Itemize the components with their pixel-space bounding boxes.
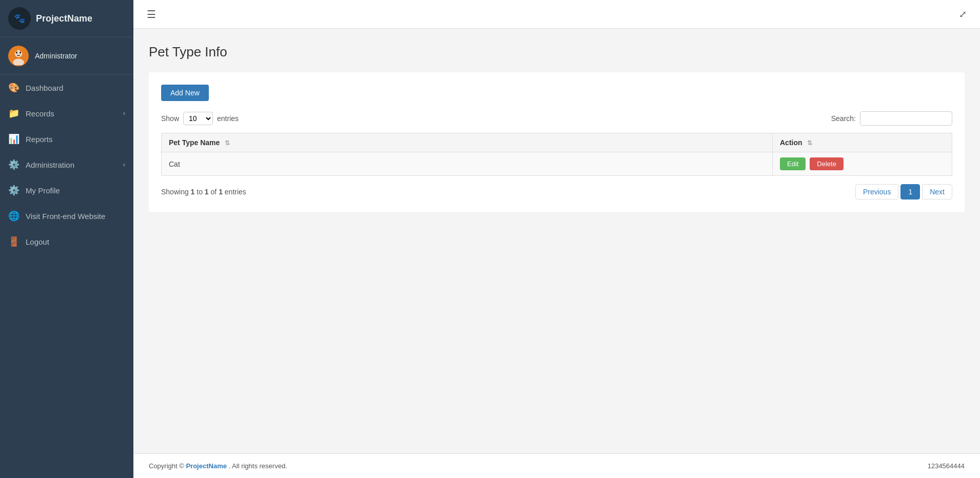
sidebar-item-administration[interactable]: ⚙️ Administration ‹ — [0, 152, 133, 177]
search-group: Search: — [831, 111, 952, 126]
sort-icon: ⇅ — [807, 140, 812, 147]
main-content: ☰ ⤢ Pet Type Info Add New Show 10 25 50 … — [133, 0, 980, 478]
showing-text: Showing 1 to 1 of 1 entries — [161, 188, 246, 196]
table-body: Cat Edit Delete — [162, 152, 952, 176]
table-controls: Show 10 25 50 100 entries Search: — [161, 111, 952, 126]
search-label: Search: — [831, 114, 856, 123]
chevron-icon: ‹ — [123, 161, 125, 168]
sidebar: 🐾 ProjectName Administrator 🎨 Dashboard — [0, 0, 133, 478]
table-row: Cat Edit Delete — [162, 152, 952, 176]
sidebar-item-label: Dashboard — [26, 84, 63, 92]
data-table: Pet Type Name ⇅ Action ⇅ Cat Edit — [161, 133, 952, 176]
sidebar-item-my-profile[interactable]: ⚙️ My Profile — [0, 177, 133, 203]
svg-text:🐾: 🐾 — [14, 13, 26, 24]
page-1-button[interactable]: 1 — [900, 184, 920, 200]
sidebar-item-label: Visit Front-end Website — [26, 212, 105, 221]
page-footer: Copyright © ProjectName . All rights res… — [133, 453, 980, 478]
svg-point-5 — [16, 52, 18, 54]
expand-button[interactable]: ⤢ — [956, 6, 970, 23]
entries-label: entries — [217, 114, 239, 123]
sidebar-user-section: Administrator — [0, 37, 133, 75]
sidebar-item-records[interactable]: 📁 Records ‹ — [0, 101, 133, 126]
visit-frontend-icon: 🌐 — [8, 210, 19, 222]
delete-button[interactable]: Delete — [810, 157, 844, 170]
sidebar-item-label: My Profile — [26, 186, 60, 195]
sidebar-item-visit-frontend[interactable]: 🌐 Visit Front-end Website — [0, 203, 133, 229]
records-icon: 📁 — [8, 108, 19, 119]
pagination: Previous 1 Next — [855, 184, 952, 200]
sidebar-item-dashboard[interactable]: 🎨 Dashboard — [0, 75, 133, 101]
my-profile-icon: ⚙️ — [8, 185, 19, 196]
dashboard-icon: 🎨 — [8, 82, 19, 93]
sidebar-item-logout[interactable]: 🚪 Logout — [0, 229, 133, 254]
svg-point-6 — [19, 52, 22, 54]
sidebar-item-label: Reports — [26, 135, 53, 144]
sort-icon: ⇅ — [225, 140, 230, 147]
col-label: Action — [780, 138, 802, 147]
entries-select[interactable]: 10 25 50 100 — [183, 112, 213, 125]
edit-button[interactable]: Edit — [780, 157, 806, 170]
col-pet-type-name[interactable]: Pet Type Name ⇅ — [162, 133, 773, 152]
add-new-button[interactable]: Add New — [161, 85, 209, 101]
avatar — [8, 46, 29, 66]
logout-icon: 🚪 — [8, 236, 19, 247]
col-label: Pet Type Name — [169, 138, 220, 147]
page-content: Pet Type Info Add New Show 10 25 50 100 … — [133, 29, 980, 453]
page-title: Pet Type Info — [149, 44, 965, 60]
sidebar-item-reports[interactable]: 📊 Reports — [0, 126, 133, 152]
next-button[interactable]: Next — [922, 184, 952, 200]
previous-button[interactable]: Previous — [855, 184, 898, 200]
copyright-prefix: Copyright © — [149, 462, 184, 470]
col-action[interactable]: Action ⇅ — [773, 133, 952, 152]
project-name-label: ProjectName — [36, 13, 92, 24]
footer-rights: . All rights reserved. — [229, 462, 287, 470]
show-label: Show — [161, 114, 179, 123]
footer-project-name: ProjectName — [186, 462, 226, 470]
action-cell: Edit Delete — [773, 152, 952, 176]
sidebar-logo: 🐾 — [8, 7, 31, 30]
footer-version: 1234564444 — [928, 462, 965, 470]
sidebar-header: 🐾 ProjectName — [0, 0, 133, 37]
administration-icon: ⚙️ — [8, 159, 19, 170]
topbar: ☰ ⤢ — [133, 0, 980, 29]
sidebar-item-label: Administration — [26, 161, 74, 169]
content-card: Add New Show 10 25 50 100 entries Search… — [149, 72, 965, 212]
chevron-icon: ‹ — [123, 110, 125, 117]
hamburger-button[interactable]: ☰ — [144, 5, 159, 24]
reports-icon: 📊 — [8, 133, 19, 145]
pet-type-name-cell: Cat — [162, 152, 773, 176]
footer-copyright: Copyright © ProjectName . All rights res… — [149, 462, 287, 470]
sidebar-nav: 🎨 Dashboard 📁 Records ‹ 📊 Reports ⚙️ Adm… — [0, 75, 133, 478]
user-name-label: Administrator — [35, 52, 77, 60]
search-input[interactable] — [860, 111, 952, 126]
show-entries-group: Show 10 25 50 100 entries — [161, 112, 239, 125]
table-footer: Showing 1 to 1 of 1 entries Previous 1 N… — [161, 184, 952, 200]
sidebar-item-label: Logout — [26, 237, 49, 246]
sidebar-item-label: Records — [26, 109, 54, 118]
